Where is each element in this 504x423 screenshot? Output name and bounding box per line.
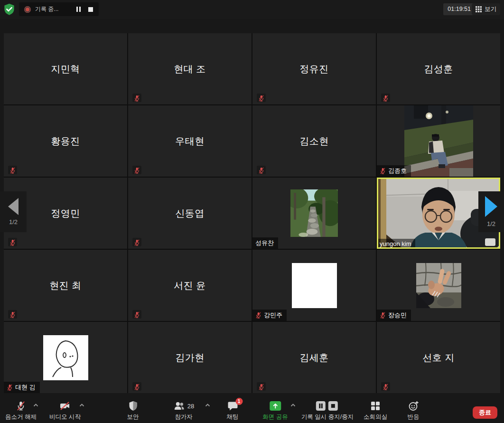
muted-mic-icon [257,166,266,174]
participant-tile[interactable]: 김세훈 [252,322,376,393]
participant-name: 김가현 [128,322,252,393]
start-video-label: 비디오 시작 [49,413,81,421]
muted-mic-icon [132,310,141,319]
participant-name: 신동엽 [128,178,252,249]
participant-name: yungon kim [380,240,411,247]
chat-button[interactable]: 1 채팅 [227,400,239,421]
shield-icon [128,400,138,412]
video-options-chevron-icon[interactable] [79,404,84,407]
breakout-rooms-label: 소회의실 [364,413,387,421]
meeting-timer: 01:19:51 [443,3,475,15]
control-toolbar: 음소거 해제 비디오 시작 보안 [0,398,504,423]
participant-name: 성유찬 [255,239,274,247]
record-controls-label: 기록 일시 중지/중지 [301,413,354,421]
muted-camera-icon [59,400,71,412]
participant-name: 대현 김 [15,383,36,392]
participant-name: 강민주 [264,311,282,320]
participants-chevron-icon[interactable] [205,404,210,407]
reactions-smiley-icon [408,400,419,412]
share-screen-icon [269,400,281,412]
participant-name: 황용진 [4,105,127,177]
participant-name: 김성훈 [377,33,500,104]
next-page-button[interactable]: 1/2 [478,191,504,232]
participant-name: 현대 조 [128,33,252,104]
share-screen-label: 화면 공유 [262,413,288,421]
record-controls-button[interactable]: 기록 일시 중지/중지 [301,400,354,421]
audio-options-chevron-icon[interactable] [33,404,38,407]
participant-tile[interactable]: 김소현 [252,105,376,177]
start-video-button[interactable]: 비디오 시작 [49,400,81,421]
muted-mic-icon [7,384,13,391]
participant-name-tag: 대현 김 [4,382,40,393]
participant-name: 지민혁 [4,33,127,104]
muted-mic-icon [255,311,261,319]
participants-button[interactable]: 28 참가자 [173,400,194,421]
participant-name: 장승민 [388,311,407,320]
participant-name: 김소현 [252,105,376,177]
muted-mic-icon [380,311,386,319]
participant-name: 김세훈 [252,322,376,393]
participant-count: 28 [187,403,194,410]
view-button[interactable]: 보기 [472,3,500,15]
prev-page-button[interactable]: 1/2 [0,191,27,232]
participant-tile[interactable]: 정유진 [252,33,376,104]
muted-mic-icon [132,238,141,246]
breakout-rooms-button[interactable]: 소회의실 [364,400,387,421]
meeting-topbar: 기록 중... 01:19:51 보기 [0,0,504,19]
participant-name-tag: yungon kim [377,239,415,249]
participant-tile[interactable]: 장승민 [377,250,500,321]
muted-mic-icon [257,382,266,391]
muted-mic-icon [8,310,17,319]
recording-label: 기록 중... [35,5,58,13]
reactions-button[interactable]: 반응 [408,400,420,421]
share-screen-button[interactable]: 화면 공유 [262,400,288,421]
muted-mic-icon [8,238,17,246]
participant-tile[interactable]: 김가현 [128,322,252,393]
participant-name: 정유진 [252,33,376,104]
participant-tile[interactable]: 김종호 [377,105,500,177]
video-grid: 지민혁현대 조정유진김성훈황용진우태현김소현김종호정영민신동엽성유찬yungon… [4,33,500,393]
security-shield-icon[interactable] [3,3,16,16]
participant-tile[interactable]: 우태현 [128,105,252,177]
view-label: 보기 [485,5,496,13]
muted-mic-icon [8,166,17,174]
record-dot-icon [24,6,31,13]
muted-mic-icon [257,94,266,102]
muted-mic-icon [132,166,141,174]
participant-name-tag: 김종호 [377,165,411,177]
participant-tile[interactable]: 선호 지 [377,322,500,393]
participant-tile[interactable]: 김성훈 [377,33,500,104]
end-meeting-button[interactable]: 종료 [473,406,497,419]
participants-label: 참가자 [175,413,193,421]
page-indicator: 1/2 [9,218,18,226]
participant-tile[interactable]: 강민주 [252,250,376,321]
participant-tile[interactable]: 신동엽 [128,178,252,249]
page-indicator: 1/2 [487,220,495,227]
breakout-rooms-icon [370,400,381,412]
participant-tile[interactable]: 성유찬 [252,178,376,249]
participant-tile[interactable]: 현대 조 [128,33,252,104]
chat-unread-badge: 1 [235,398,243,405]
security-label: 보안 [127,413,139,421]
participant-tile[interactable]: 황용진 [4,105,127,177]
participant-tile[interactable]: 지민혁 [4,33,127,104]
participant-name: 김종호 [388,167,407,175]
prev-arrow-icon [8,198,19,215]
participant-tile[interactable]: 현진 최 [4,250,127,321]
participant-name: 선호 지 [377,322,500,393]
muted-mic-icon [380,167,386,175]
security-button[interactable]: 보안 [127,400,139,421]
participant-tile[interactable]: 대현 김 [4,322,127,393]
share-options-chevron-icon[interactable] [290,404,296,407]
pause-stop-recording-icon [315,400,340,412]
participant-tile[interactable]: 서진 윤 [128,250,252,321]
stop-recording-icon[interactable] [88,7,93,12]
participants-icon [173,400,186,412]
recording-indicator: 기록 중... [19,2,99,16]
grid-view-icon [476,6,482,12]
muted-mic-icon [381,94,390,102]
unmute-label: 음소거 해제 [5,413,37,421]
unmute-button[interactable]: 음소거 해제 [5,400,37,421]
pause-recording-icon[interactable] [76,7,81,12]
participant-name: 현진 최 [4,250,127,321]
